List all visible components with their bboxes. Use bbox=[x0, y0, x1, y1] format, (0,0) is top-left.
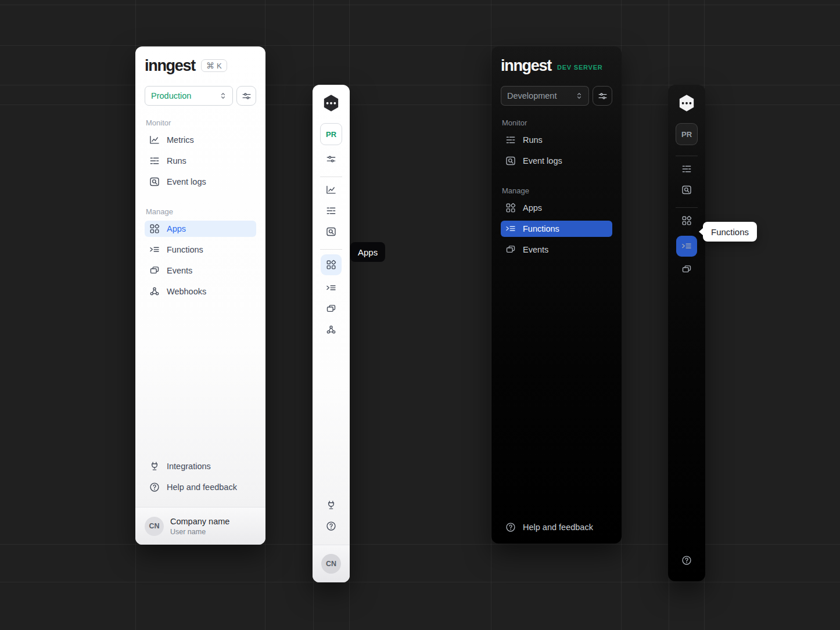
apps-icon bbox=[149, 223, 160, 235]
rail-item-events[interactable] bbox=[679, 261, 695, 278]
command-k-shortcut[interactable]: ⌘ K bbox=[201, 59, 227, 72]
integrations-icon bbox=[149, 460, 160, 472]
section-label-manage: Manage bbox=[145, 207, 256, 216]
event-logs-icon bbox=[325, 226, 337, 237]
events-icon bbox=[681, 264, 692, 275]
grid-line bbox=[0, 5, 840, 5]
section-label-monitor: Monitor bbox=[145, 118, 256, 127]
divider bbox=[676, 207, 698, 208]
logo-row: inngest DEV SERVER bbox=[501, 57, 612, 74]
events-icon bbox=[505, 244, 516, 255]
grid-line bbox=[0, 105, 840, 105]
inngest-logo: inngest bbox=[501, 58, 551, 74]
divider bbox=[676, 156, 698, 156]
runs-icon bbox=[325, 205, 337, 217]
inngest-logo: inngest bbox=[145, 58, 195, 74]
tooltip-functions: Functions bbox=[703, 222, 757, 242]
sidebar-light-collapsed-rail: PR bbox=[313, 85, 350, 582]
nav-item-help[interactable]: Help and feedback bbox=[145, 479, 256, 495]
rail-item-help[interactable] bbox=[323, 518, 339, 534]
rail-item-functions[interactable] bbox=[323, 280, 339, 296]
help-icon bbox=[325, 520, 337, 532]
chevron-up-down-icon bbox=[218, 91, 228, 101]
nav-item-help[interactable]: Help and feedback bbox=[501, 519, 612, 535]
nav-item-webhooks[interactable]: Webhooks bbox=[145, 283, 256, 300]
section-label-monitor: Monitor bbox=[501, 118, 612, 127]
design-canvas: inngest ⌘ K Production Monitor Metrics bbox=[0, 0, 840, 630]
functions-icon bbox=[505, 223, 516, 235]
help-icon bbox=[505, 521, 516, 533]
rail-item-event-logs[interactable] bbox=[323, 224, 339, 240]
command-icon: ⌘ bbox=[206, 62, 214, 70]
nav-item-events[interactable]: Events bbox=[145, 262, 256, 279]
nav-item-functions[interactable]: Functions bbox=[145, 242, 256, 258]
inngest-hexagon-logo-icon bbox=[321, 93, 341, 114]
sidebar-light-expanded: inngest ⌘ K Production Monitor Metrics bbox=[135, 46, 265, 545]
event-logs-icon bbox=[681, 184, 692, 196]
events-icon bbox=[149, 265, 160, 276]
environment-value: Development bbox=[507, 91, 557, 100]
functions-icon bbox=[325, 282, 337, 294]
sliders-icon bbox=[325, 153, 337, 165]
grid-line bbox=[0, 544, 840, 545]
functions-icon bbox=[149, 244, 160, 255]
user-name: User name bbox=[170, 528, 229, 536]
filter-button[interactable] bbox=[323, 151, 339, 167]
grid-line bbox=[0, 582, 840, 582]
runs-icon bbox=[681, 163, 692, 175]
rail-item-apps[interactable] bbox=[679, 213, 695, 229]
rail-item-help[interactable] bbox=[679, 552, 695, 568]
rail-item-integrations[interactable] bbox=[323, 497, 339, 513]
nav-item-apps[interactable]: Apps bbox=[145, 221, 256, 237]
avatar: CN bbox=[321, 554, 341, 574]
integrations-icon bbox=[325, 499, 337, 511]
help-icon bbox=[681, 555, 692, 566]
dev-server-badge: DEV SERVER bbox=[557, 64, 603, 71]
nav-item-event-logs[interactable]: Event logs bbox=[145, 174, 256, 190]
help-icon bbox=[149, 481, 160, 493]
metrics-icon bbox=[149, 134, 160, 146]
avatar: CN bbox=[145, 517, 164, 536]
environment-badge[interactable]: PR bbox=[320, 123, 342, 145]
sidebar-dark-expanded: inngest DEV SERVER Development Monitor R… bbox=[491, 46, 622, 543]
rail-item-event-logs[interactable] bbox=[679, 182, 695, 198]
rail-item-webhooks[interactable] bbox=[323, 322, 339, 338]
runs-icon bbox=[505, 134, 516, 146]
rail-item-events[interactable] bbox=[323, 301, 339, 317]
nav-item-metrics[interactable]: Metrics bbox=[145, 132, 256, 148]
shortcut-key: K bbox=[217, 62, 222, 70]
filter-button[interactable] bbox=[593, 86, 612, 106]
environment-select[interactable]: Production bbox=[145, 86, 233, 106]
nav-item-runs[interactable]: Runs bbox=[501, 132, 612, 148]
nav-item-event-logs[interactable]: Event logs bbox=[501, 153, 612, 169]
runs-icon bbox=[149, 155, 160, 167]
nav-item-integrations[interactable]: Integrations bbox=[145, 458, 256, 474]
rail-item-runs[interactable] bbox=[323, 203, 339, 219]
filter-button[interactable] bbox=[236, 86, 256, 106]
tooltip-apps: Apps bbox=[350, 242, 385, 262]
rail-item-functions[interactable] bbox=[676, 236, 697, 257]
rail-item-apps[interactable] bbox=[321, 254, 342, 275]
account-menu[interactable]: CN Company name User name bbox=[135, 507, 265, 545]
account-menu[interactable]: CN bbox=[313, 545, 350, 582]
rail-item-runs[interactable] bbox=[679, 161, 695, 177]
sidebar-dark-collapsed-rail: PR bbox=[668, 85, 705, 581]
nav-item-events[interactable]: Events bbox=[501, 242, 612, 258]
nav-item-runs[interactable]: Runs bbox=[145, 153, 256, 169]
rail-item-metrics[interactable] bbox=[323, 182, 339, 198]
environment-badge[interactable]: PR bbox=[676, 123, 698, 145]
events-icon bbox=[325, 303, 337, 315]
sliders-icon bbox=[597, 91, 608, 102]
grid-line bbox=[0, 45, 840, 46]
webhooks-icon bbox=[149, 286, 160, 297]
company-name: Company name bbox=[170, 517, 229, 526]
divider bbox=[320, 177, 342, 177]
event-logs-icon bbox=[505, 155, 516, 167]
logo-row: inngest ⌘ K bbox=[145, 57, 256, 74]
apps-icon bbox=[505, 202, 516, 214]
nav-item-apps[interactable]: Apps bbox=[501, 200, 612, 216]
environment-select[interactable]: Development bbox=[501, 86, 589, 106]
nav-item-functions[interactable]: Functions bbox=[501, 221, 612, 237]
sliders-icon bbox=[241, 91, 252, 102]
metrics-icon bbox=[325, 184, 337, 196]
